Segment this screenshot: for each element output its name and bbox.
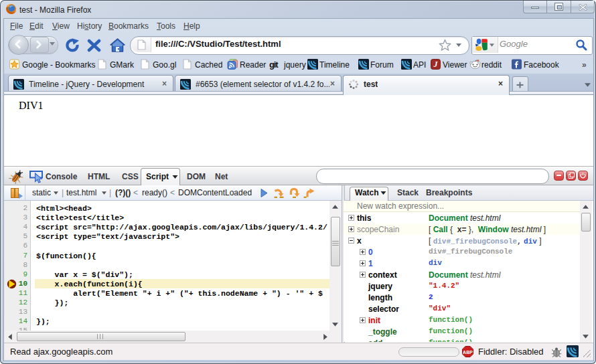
- svg-text:J: J: [433, 60, 439, 69]
- svg-text:ABP: ABP: [463, 350, 473, 355]
